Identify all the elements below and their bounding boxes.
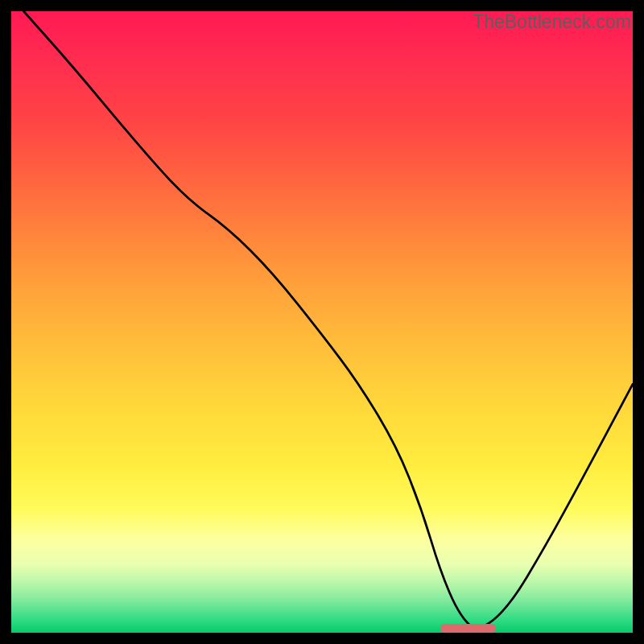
plot-area: TheBottleneck.com [11,11,633,633]
curve-layer [11,11,633,633]
chart-frame: TheBottleneck.com [0,0,644,644]
sweet-spot-marker [440,624,496,633]
bottleneck-curve [23,11,633,627]
